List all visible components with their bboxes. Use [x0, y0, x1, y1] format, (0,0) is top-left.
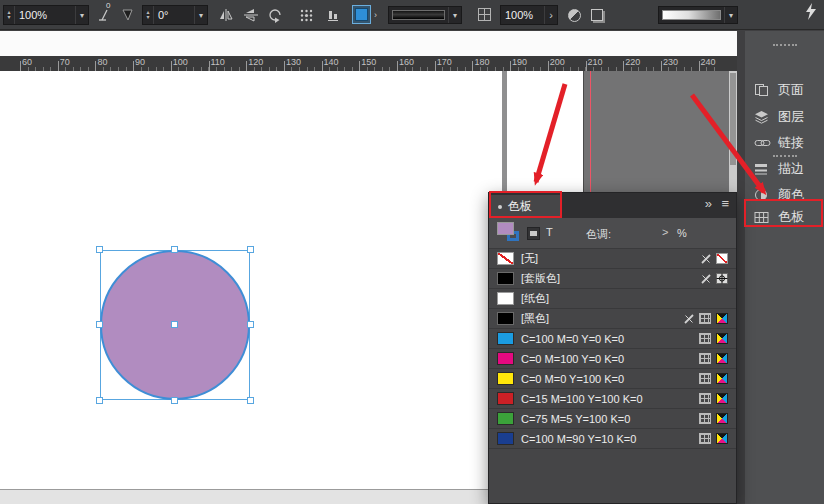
flip-horizontal-button[interactable] — [218, 8, 234, 22]
swatch-name: C=0 M=0 Y=100 K=0 — [521, 373, 699, 385]
panel-menu-icon[interactable] — [721, 196, 729, 211]
handle-bottom-right[interactable] — [247, 397, 254, 404]
opacity-value[interactable]: 100% — [501, 9, 544, 21]
swatch-row[interactable]: [纸色] — [489, 289, 736, 309]
rotation-field[interactable]: 0° — [142, 5, 208, 25]
swatches-icon — [754, 211, 774, 224]
dock-item-layers[interactable]: 图层 — [745, 105, 824, 129]
relative-grid-button[interactable] — [478, 8, 491, 21]
swatch-row[interactable]: C=100 M=0 Y=0 K=0 — [489, 329, 736, 349]
fill-proxy[interactable] — [497, 222, 514, 235]
rotate-90-button[interactable] — [268, 8, 283, 23]
dock-item-color[interactable]: 颜色 — [745, 183, 824, 207]
spinner-icon[interactable] — [4, 6, 15, 24]
swatch-row[interactable]: C=15 M=100 Y=100 K=0 — [489, 389, 736, 409]
fill-color-swatch — [355, 8, 368, 21]
swatch-color-chip — [497, 412, 514, 425]
handle-middle-left[interactable] — [96, 321, 103, 328]
scale-value[interactable]: 100% — [15, 9, 75, 21]
shear-icon — [97, 8, 111, 22]
stroke-style-dropdown-icon[interactable] — [448, 7, 461, 23]
horizontal-ruler[interactable]: 6070809010011012013014015016017018019020… — [0, 56, 737, 71]
swatch-name: [无] — [521, 251, 701, 266]
registration-icon — [716, 273, 728, 284]
format-container-button[interactable] — [527, 227, 540, 240]
page[interactable] — [0, 71, 502, 489]
swatches-panel-header[interactable]: 色板 — [489, 193, 736, 218]
dock-item-swatches[interactable]: 色板 — [745, 205, 824, 229]
dock-item-label: 描边 — [778, 160, 804, 178]
pasteboard-bottom — [0, 489, 507, 504]
ruler-label: 220 — [625, 57, 640, 67]
cmyk-icon — [716, 353, 728, 364]
flip-vertical-button[interactable] — [243, 8, 259, 22]
dock-item-pages[interactable]: 页面 — [745, 78, 824, 102]
swatch-row[interactable]: [无] — [489, 249, 736, 269]
control-bar: 100% 0 0° 100% — [0, 0, 824, 30]
swatch-row[interactable]: C=100 M=90 Y=10 K=0 — [489, 429, 736, 449]
ruler-label: 240 — [701, 57, 716, 67]
swatches-tab[interactable]: 色板 — [491, 195, 561, 218]
ruler-label: 120 — [248, 57, 263, 67]
opacity-dropdown-icon[interactable] — [544, 6, 557, 24]
drop-shadow-button[interactable] — [591, 9, 603, 21]
align-button[interactable] — [326, 9, 340, 22]
selected-object[interactable] — [100, 250, 250, 400]
cmyk-icon — [716, 433, 728, 444]
swatches-controls: T 色调: % — [489, 218, 736, 249]
swatch-color-chip — [497, 252, 514, 265]
dock-grip[interactable] — [773, 44, 797, 46]
swatch-row[interactable]: C=0 M=100 Y=0 K=0 — [489, 349, 736, 369]
swatch-color-chip — [497, 352, 514, 365]
gradient-dropdown-icon[interactable] — [724, 7, 737, 23]
dock-item-label: 颜色 — [778, 186, 804, 204]
handle-bottom-center[interactable] — [171, 397, 178, 404]
stroke-icon — [754, 163, 774, 175]
scale-dropdown-icon[interactable] — [75, 6, 88, 24]
indesign-window: 100% 0 0° 100% — [0, 0, 824, 504]
ruler-label: 200 — [550, 57, 565, 67]
swatch-row[interactable]: [套版色] — [489, 269, 736, 289]
collapse-panel-icon[interactable] — [705, 196, 712, 211]
container-icon — [530, 231, 537, 236]
swatch-color-chip — [497, 432, 514, 445]
handle-top-center[interactable] — [171, 246, 178, 253]
skew-icon — [120, 8, 135, 22]
handle-middle-right[interactable] — [247, 321, 254, 328]
dock-item-label: 页面 — [778, 81, 804, 99]
handle-center-point[interactable] — [171, 321, 178, 328]
none-icon — [716, 253, 728, 264]
swatch-color-chip — [497, 312, 514, 325]
transparency-button[interactable] — [568, 9, 581, 22]
opacity-field[interactable]: 100% — [500, 5, 558, 25]
dock-item-label: 链接 — [778, 134, 804, 152]
rotation-value[interactable]: 0° — [154, 9, 194, 21]
swatch-row[interactable]: [黑色] — [489, 309, 736, 329]
handle-top-right[interactable] — [247, 246, 254, 253]
fill-menu-chevron-icon[interactable] — [374, 10, 377, 20]
swatch-row[interactable]: C=0 M=0 Y=100 K=0 — [489, 369, 736, 389]
spinner-icon[interactable] — [143, 6, 154, 24]
swatch-name: [黑色] — [521, 311, 684, 326]
handle-top-left[interactable] — [96, 246, 103, 253]
dock-item-stroke[interactable]: 描边 — [745, 157, 824, 181]
stroke-style-select[interactable] — [388, 6, 462, 24]
format-text-button[interactable]: T — [546, 226, 553, 238]
dock-item-label: 色板 — [778, 208, 804, 226]
link-icon — [754, 137, 774, 149]
handle-bottom-left[interactable] — [96, 397, 103, 404]
swatch-grid-icon — [699, 433, 711, 444]
gradient-select[interactable] — [658, 6, 738, 24]
swatch-row[interactable]: C=75 M=5 Y=100 K=0 — [489, 409, 736, 429]
dock-item-link[interactable]: 链接 — [745, 131, 824, 155]
shear-value[interactable]: 0 — [106, 1, 110, 10]
scrollbar-thumb[interactable] — [730, 73, 736, 165]
fill-color-button[interactable] — [352, 5, 371, 24]
ruler-label: 210 — [588, 57, 603, 67]
quick-apply-icon[interactable] — [805, 3, 817, 20]
scale-field[interactable]: 100% — [3, 5, 89, 25]
rotation-dropdown-icon[interactable] — [194, 6, 207, 24]
tint-dropdown-icon[interactable] — [662, 226, 668, 238]
reference-point-icon[interactable] — [300, 9, 313, 22]
cmyk-icon — [716, 373, 728, 384]
